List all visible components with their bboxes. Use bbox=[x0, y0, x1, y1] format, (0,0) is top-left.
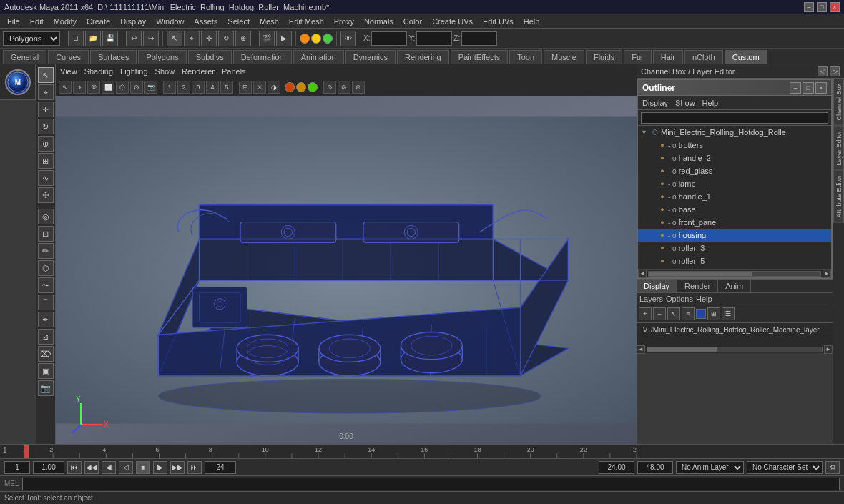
tab-curves[interactable]: Curves bbox=[48, 50, 89, 64]
vp-wire-btn[interactable]: ⬡ bbox=[116, 81, 129, 94]
hscroll-right[interactable]: ► bbox=[823, 270, 831, 278]
undo-button[interactable]: ↩ bbox=[126, 31, 142, 46]
select-obj-btn[interactable]: ↖ bbox=[667, 307, 680, 320]
char-set-select[interactable]: No Character Set bbox=[747, 461, 823, 474]
outliner-hscroll[interactable]: ◄ ► bbox=[638, 269, 831, 277]
tab-surfaces[interactable]: Surfaces bbox=[90, 50, 137, 64]
tab-dynamics[interactable]: Dynamics bbox=[345, 50, 396, 64]
menu-file[interactable]: File bbox=[3, 16, 24, 27]
tab-fluids[interactable]: Fluids bbox=[586, 50, 622, 64]
vp-menu-shading[interactable]: Shading bbox=[84, 67, 113, 76]
menu-normals[interactable]: Normals bbox=[360, 16, 398, 27]
layer-item-default[interactable]: V /Mini_Electric_Rolling_Hotdog_Roller_M… bbox=[637, 323, 833, 337]
tree-item-housing[interactable]: ● - o housing bbox=[638, 229, 831, 242]
side-tab-layer-editor[interactable]: Layer Editor bbox=[833, 126, 844, 171]
vp-res4-btn[interactable]: 4 bbox=[206, 81, 219, 94]
layer-btn6[interactable]: ☰ bbox=[722, 307, 735, 320]
anim-layer-select[interactable]: No Anim Layer bbox=[676, 461, 744, 474]
options-label[interactable]: Options bbox=[666, 295, 693, 303]
layer-hscroll[interactable]: ◄ ► bbox=[637, 345, 833, 353]
play-fwd-btn[interactable]: ▶ bbox=[153, 461, 167, 474]
new-layer-btn[interactable]: + bbox=[639, 307, 652, 320]
vp-xray-btn[interactable]: ⊙ bbox=[130, 81, 143, 94]
menu-display[interactable]: Display bbox=[116, 16, 150, 27]
next-frame-btn[interactable]: ▶▶ bbox=[170, 461, 185, 474]
select-tool[interactable]: ↖ bbox=[38, 67, 54, 83]
tab-ncloth[interactable]: nCloth bbox=[684, 50, 723, 64]
vp-light-btn[interactable]: ☀ bbox=[253, 81, 266, 94]
save-scene-button[interactable]: 💾 bbox=[102, 31, 118, 46]
lasso-tool-button[interactable]: ⌖ bbox=[184, 31, 200, 46]
menu-edit-mesh[interactable]: Edit Mesh bbox=[285, 16, 328, 27]
tab-animation[interactable]: Animation bbox=[293, 50, 344, 64]
layer-hscroll-thumb[interactable] bbox=[647, 347, 717, 352]
layer-hscroll-track[interactable] bbox=[647, 347, 823, 352]
show-manip-tool[interactable]: ☩ bbox=[38, 187, 54, 203]
color-dot-yellow[interactable] bbox=[311, 34, 321, 44]
rotate-tool[interactable]: ↻ bbox=[38, 119, 54, 134]
go-start-btn[interactable]: ⏮ bbox=[67, 461, 82, 474]
play-back-btn[interactable]: ◁ bbox=[119, 461, 133, 474]
scale-tool[interactable]: ⊕ bbox=[38, 136, 54, 152]
step-back-btn[interactable]: ◀◀ bbox=[84, 461, 99, 474]
layer-color-btn[interactable] bbox=[696, 309, 706, 319]
stop-btn[interactable]: ■ bbox=[136, 461, 150, 474]
mode-select[interactable]: Polygons bbox=[3, 31, 60, 46]
tree-item-roller_3[interactable]: ● - o roller_3 bbox=[638, 242, 831, 255]
vp-color2-btn[interactable] bbox=[296, 82, 306, 92]
tab-deformation[interactable]: Deformation bbox=[233, 50, 292, 64]
outliner-menu-show[interactable]: Show bbox=[675, 99, 695, 107]
outliner-menu-help[interactable]: Help bbox=[702, 99, 719, 107]
outliner-close-btn[interactable]: × bbox=[815, 82, 827, 94]
z-input[interactable] bbox=[461, 31, 497, 46]
ep-curve-tool[interactable]: ⌒ bbox=[38, 295, 54, 310]
scale-tool-button[interactable]: ⊕ bbox=[235, 31, 251, 46]
menu-select[interactable]: Select bbox=[223, 16, 254, 27]
help-label[interactable]: Help bbox=[696, 295, 712, 303]
tab-subdivs[interactable]: Subdivs bbox=[188, 50, 232, 64]
tree-expand-root[interactable]: ▼ bbox=[641, 129, 649, 136]
vp-res2-btn[interactable]: 2 bbox=[177, 81, 190, 94]
move-tool-button[interactable]: ✛ bbox=[201, 31, 217, 46]
rotate-tool-button[interactable]: ↻ bbox=[218, 31, 234, 46]
vp-view-btn[interactable]: 👁 bbox=[87, 81, 100, 94]
poly-tool[interactable]: ⬡ bbox=[38, 260, 54, 276]
vp-res1-btn[interactable]: 1 bbox=[163, 81, 176, 94]
vp-menu-show[interactable]: Show bbox=[155, 67, 175, 76]
layer-hscroll-left[interactable]: ◄ bbox=[637, 345, 645, 354]
menu-proxy[interactable]: Proxy bbox=[330, 16, 358, 27]
tab-custom[interactable]: Custom bbox=[725, 50, 767, 64]
paint-skin-tool[interactable]: ✏ bbox=[38, 243, 54, 259]
menu-create-uvs[interactable]: Create UVs bbox=[428, 16, 477, 27]
go-end-btn[interactable]: ⏭ bbox=[187, 461, 202, 474]
universal-manip-tool[interactable]: ⊞ bbox=[38, 153, 54, 169]
side-tab-attribute-editor[interactable]: Attribute Editor bbox=[833, 170, 844, 223]
tree-item-lamp[interactable]: ● - o lamp bbox=[638, 177, 831, 190]
vp-select-btn[interactable]: ↖ bbox=[59, 81, 72, 94]
vp-res5-btn[interactable]: 5 bbox=[220, 81, 233, 94]
anim-options-btn[interactable]: ⚙ bbox=[825, 461, 840, 474]
layer-vis-default[interactable]: V bbox=[639, 326, 651, 334]
new-scene-button[interactable]: 🗋 bbox=[68, 31, 84, 46]
tab-muscle[interactable]: Muscle bbox=[544, 50, 584, 64]
vp-menu-lighting[interactable]: Lighting bbox=[120, 67, 148, 76]
outliner-minimize-btn[interactable]: – bbox=[790, 82, 801, 94]
layers-label[interactable]: Layers bbox=[639, 295, 663, 303]
menu-edit-uvs[interactable]: Edit UVs bbox=[479, 16, 518, 27]
maximize-button[interactable]: □ bbox=[817, 2, 827, 12]
vp-shading-btn[interactable]: ⬜ bbox=[102, 81, 114, 94]
range-end-input[interactable] bbox=[205, 461, 236, 474]
tab-rendering[interactable]: Rendering bbox=[397, 50, 449, 64]
x-input[interactable] bbox=[371, 31, 407, 46]
prev-frame-btn[interactable]: ◀ bbox=[102, 461, 116, 474]
del-layer-btn[interactable]: – bbox=[653, 307, 666, 320]
menu-mesh[interactable]: Mesh bbox=[255, 16, 283, 27]
layer-hscroll-right[interactable]: ► bbox=[824, 345, 833, 354]
color-dot-green[interactable] bbox=[323, 34, 333, 44]
y-input[interactable] bbox=[416, 31, 452, 46]
tree-item-trotters[interactable]: ● - o trotters bbox=[638, 139, 831, 152]
color-dot-orange[interactable] bbox=[300, 34, 310, 44]
timeline-ruler[interactable]: 1 bbox=[0, 444, 844, 458]
close-button[interactable]: × bbox=[830, 2, 840, 12]
layer-btn5[interactable]: ⊞ bbox=[707, 307, 720, 320]
